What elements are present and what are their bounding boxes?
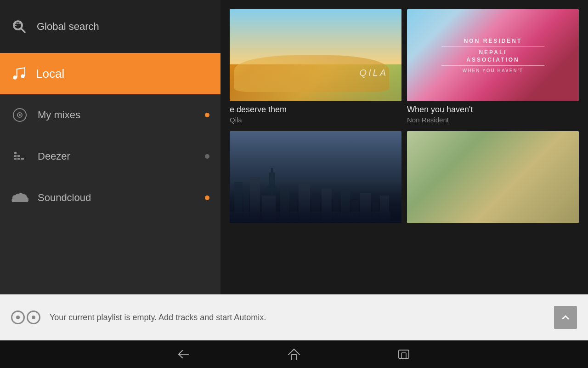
search-icon [11, 18, 28, 35]
qila-title: e deserve them [230, 105, 401, 115]
home-icon [288, 348, 300, 360]
qila-artist: Qila [230, 116, 401, 124]
svg-rect-30 [341, 191, 350, 223]
svg-rect-26 [299, 184, 310, 223]
svg-rect-27 [311, 196, 320, 223]
back-button[interactable] [175, 345, 193, 363]
svg-rect-25 [290, 193, 297, 223]
album-art-qila: QILA [230, 9, 401, 101]
svg-rect-28 [322, 189, 332, 223]
svg-rect-12 [14, 155, 17, 157]
svg-line-1 [21, 28, 25, 32]
qila-meta: e deserve them Qila [230, 101, 401, 126]
svg-rect-33 [372, 202, 379, 223]
search-row[interactable]: Global search [0, 0, 220, 53]
svg-rect-31 [351, 200, 359, 223]
soundcloud-label: Soundcloud [38, 192, 209, 204]
svg-rect-35 [230, 212, 390, 223]
svg-point-5 [15, 24, 17, 26]
album-card-qila[interactable]: QILA e deserve them Qila [230, 9, 401, 126]
svg-point-21 [266, 186, 278, 191]
sidebar-item-soundcloud[interactable]: Soundcloud [0, 177, 220, 218]
svg-rect-38 [401, 353, 406, 358]
svg-rect-34 [380, 196, 389, 223]
qila-text: QILA [359, 68, 388, 78]
fourth-meta [407, 223, 579, 230]
automix-circle-1 [11, 310, 25, 324]
svg-point-2 [15, 23, 17, 24]
chevron-up-icon [560, 312, 571, 323]
local-label: Local [36, 67, 64, 81]
sidebar-item-deezer[interactable]: Deezer [0, 136, 220, 177]
player-bar: Your current playlist is empty. Add trac… [0, 294, 588, 340]
main-content: QILA e deserve them Qila NON RESIDENT NE… [220, 0, 588, 294]
recents-icon [398, 349, 411, 360]
back-arrow-icon [177, 349, 191, 360]
disc-icon [11, 106, 28, 124]
nonresident-meta: When you haven't Non Resident [407, 101, 579, 126]
automix-circle-2 [27, 310, 40, 324]
deezer-dot [205, 154, 209, 159]
svg-point-10 [19, 114, 21, 116]
player-message: Your current playlist is empty. Add trac… [50, 313, 545, 322]
svg-point-6 [13, 75, 17, 80]
recents-button[interactable] [395, 345, 413, 363]
sidebar: Global search Local My mixes [0, 0, 220, 294]
svg-rect-36 [291, 355, 297, 360]
search-label: Global search [37, 21, 99, 33]
album-card-fourth[interactable] [407, 131, 579, 230]
svg-rect-24 [280, 186, 289, 223]
nonresident-overlay: NON RESIDENT NEPALI ASSOCIATION WHEN YOU… [407, 9, 579, 101]
soundcloud-dot [205, 196, 209, 200]
home-button[interactable] [285, 345, 303, 363]
album-art-city [230, 131, 401, 223]
city-skyline-icon [230, 168, 390, 223]
album-art-nonresident: NON RESIDENT NEPALI ASSOCIATION WHEN YOU… [407, 9, 579, 101]
svg-rect-13 [14, 158, 17, 160]
album-card-city[interactable] [230, 131, 401, 230]
my-mixes-label: My mixes [38, 109, 209, 121]
svg-rect-37 [399, 350, 409, 358]
nonresident-title: When you haven't [407, 105, 579, 115]
svg-point-7 [21, 74, 25, 78]
chevron-up-button[interactable] [554, 306, 577, 329]
deezer-label: Deezer [38, 150, 209, 162]
svg-rect-18 [243, 191, 249, 223]
sidebar-item-my-mixes[interactable]: My mixes [0, 94, 220, 136]
bottom-nav-bar [0, 340, 588, 368]
svg-point-3 [17, 23, 19, 24]
svg-rect-32 [360, 193, 371, 223]
svg-rect-22 [269, 172, 275, 189]
svg-rect-11 [14, 152, 17, 154]
svg-rect-16 [21, 158, 24, 160]
album-card-nonresident[interactable]: NON RESIDENT NEPALI ASSOCIATION WHEN YOU… [407, 9, 579, 126]
svg-rect-29 [333, 198, 339, 223]
music-note-icon [11, 66, 27, 81]
svg-rect-23 [262, 196, 276, 223]
nonresident-artist: Non Resident [407, 116, 579, 124]
automix-icon [11, 310, 40, 324]
svg-rect-17 [234, 182, 243, 223]
city-meta [230, 223, 401, 230]
local-item[interactable]: Local [0, 53, 220, 94]
cloud-icon [11, 189, 28, 207]
my-mixes-dot [205, 113, 209, 117]
album-art-fourth [407, 131, 579, 223]
svg-rect-15 [17, 158, 20, 160]
svg-point-4 [19, 23, 21, 24]
svg-rect-19 [250, 177, 260, 223]
deezer-icon [11, 148, 28, 165]
svg-rect-14 [17, 155, 20, 157]
